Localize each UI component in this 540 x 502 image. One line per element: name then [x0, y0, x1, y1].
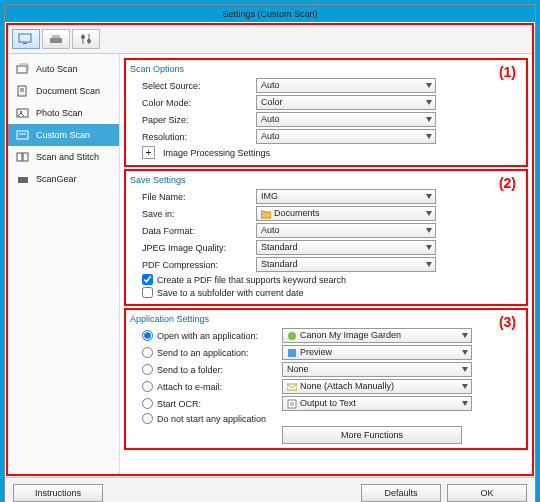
do-not-start-radio[interactable]: [142, 413, 153, 424]
scan-options-section: (1) Scan Options Select Source:Auto Colo…: [124, 58, 528, 167]
svg-point-7: [87, 39, 91, 43]
jpeg-quality-label: JPEG Image Quality:: [142, 243, 252, 253]
open-with-app-value: Canon My Image Garden: [300, 330, 401, 340]
svg-rect-22: [288, 400, 296, 408]
save-in-label: Save in:: [142, 209, 252, 219]
color-mode-dropdown[interactable]: Color: [256, 95, 436, 110]
monitor-icon: [18, 33, 34, 45]
window-title: Settings (Custom Scan): [222, 9, 317, 19]
scanner-icon: [48, 33, 64, 45]
expand-image-processing[interactable]: +: [142, 146, 155, 159]
start-ocr-dropdown[interactable]: Output to Text: [282, 396, 472, 411]
attach-email-radio[interactable]: [142, 381, 153, 392]
scangear-icon: [16, 173, 30, 185]
sidebar-item-auto-scan[interactable]: Auto Scan: [8, 58, 119, 80]
paper-size-dropdown[interactable]: Auto: [256, 112, 436, 127]
attach-email-label: Attach to e-mail:: [157, 382, 222, 392]
save-in-value: Documents: [274, 208, 320, 218]
svg-rect-20: [288, 349, 296, 357]
svg-rect-0: [19, 34, 31, 42]
sidebar-item-label: Custom Scan: [36, 130, 90, 140]
sidebar-item-photo-scan[interactable]: Photo Scan: [8, 102, 119, 124]
app-icon: [287, 331, 297, 341]
open-with-app-radio[interactable]: [142, 330, 153, 341]
document-scan-icon: [16, 85, 30, 97]
jpeg-quality-dropdown[interactable]: Standard: [256, 240, 436, 255]
title-bar: Settings (Custom Scan): [5, 5, 535, 22]
sidebar-item-label: Scan and Stitch: [36, 152, 99, 162]
defaults-button[interactable]: Defaults: [361, 484, 441, 502]
annotation-outer: Auto Scan Document Scan Photo Scan Custo…: [6, 23, 534, 476]
select-source-label: Select Source:: [142, 81, 252, 91]
pdf-keyword-checkbox[interactable]: [142, 274, 153, 285]
svg-rect-1: [23, 43, 27, 44]
tab-general-settings[interactable]: [72, 29, 100, 49]
sidebar-item-scan-and-stitch[interactable]: Scan and Stitch: [8, 146, 119, 168]
subfolder-date-checkbox[interactable]: [142, 287, 153, 298]
application-settings-section: (3) Application Settings Open with an ap…: [124, 308, 528, 450]
data-format-dropdown[interactable]: Auto: [256, 223, 436, 238]
subfolder-date-label: Save to a subfolder with current date: [157, 288, 304, 298]
scan-stitch-icon: [16, 151, 30, 163]
svg-rect-18: [18, 177, 28, 183]
svg-rect-2: [50, 38, 62, 43]
data-format-label: Data Format:: [142, 226, 252, 236]
photo-scan-icon: [16, 107, 30, 119]
pdf-compression-label: PDF Compression:: [142, 260, 252, 270]
sidebar-item-label: Auto Scan: [36, 64, 78, 74]
toolbar: [8, 25, 532, 54]
save-settings-heading: Save Settings: [130, 175, 522, 185]
pdf-compression-dropdown[interactable]: Standard: [256, 257, 436, 272]
folder-icon: [261, 209, 271, 219]
text-icon: [287, 399, 297, 409]
send-to-app-radio[interactable]: [142, 347, 153, 358]
sidebar-item-document-scan[interactable]: Document Scan: [8, 80, 119, 102]
attach-email-value: None (Attach Manually): [300, 381, 394, 391]
attach-email-dropdown[interactable]: None (Attach Manually): [282, 379, 472, 394]
send-to-folder-dropdown[interactable]: None: [282, 362, 472, 377]
open-with-app-label: Open with an application:: [157, 331, 258, 341]
do-not-start-label: Do not start any application: [157, 414, 266, 424]
open-with-app-dropdown[interactable]: Canon My Image Garden: [282, 328, 472, 343]
auto-scan-icon: [16, 63, 30, 75]
settings-window: Settings (Custom Scan) Auto Scan Documen…: [4, 4, 536, 502]
sidebar: Auto Scan Document Scan Photo Scan Custo…: [8, 54, 120, 474]
annotation-2: (2): [499, 175, 516, 191]
color-mode-label: Color Mode:: [142, 98, 252, 108]
ok-button[interactable]: OK: [447, 484, 527, 502]
mail-icon: [287, 382, 297, 392]
instructions-button[interactable]: Instructions: [13, 484, 103, 502]
select-source-dropdown[interactable]: Auto: [256, 78, 436, 93]
svg-rect-14: [17, 131, 28, 139]
svg-point-6: [81, 35, 85, 39]
main-panel: (1) Scan Options Select Source:Auto Colo…: [120, 54, 532, 474]
annotation-1: (1): [499, 64, 516, 80]
file-name-field[interactable]: IMG: [256, 189, 436, 204]
start-ocr-label: Start OCR:: [157, 399, 201, 409]
start-ocr-value: Output to Text: [300, 398, 356, 408]
sidebar-item-custom-scan[interactable]: Custom Scan: [8, 124, 119, 146]
application-settings-heading: Application Settings: [130, 314, 522, 324]
body: Auto Scan Document Scan Photo Scan Custo…: [8, 54, 532, 474]
pdf-keyword-label: Create a PDF file that supports keyword …: [157, 275, 346, 285]
send-to-app-dropdown[interactable]: Preview: [282, 345, 472, 360]
send-to-app-value: Preview: [300, 347, 332, 357]
paper-size-label: Paper Size:: [142, 115, 252, 125]
start-ocr-radio[interactable]: [142, 398, 153, 409]
custom-scan-icon: [16, 129, 30, 141]
send-to-folder-radio[interactable]: [142, 364, 153, 375]
scan-options-heading: Scan Options: [130, 64, 522, 74]
image-processing-label: Image Processing Settings: [163, 148, 270, 158]
svg-rect-17: [23, 153, 28, 161]
resolution-dropdown[interactable]: Auto: [256, 129, 436, 144]
svg-rect-16: [17, 153, 22, 161]
send-to-folder-label: Send to a folder:: [157, 365, 223, 375]
svg-rect-3: [52, 35, 60, 38]
save-settings-section: (2) Save Settings File Name:IMG Save in:…: [124, 169, 528, 306]
tab-scan-from-computer[interactable]: [12, 29, 40, 49]
sidebar-item-scangear[interactable]: ScanGear: [8, 168, 119, 190]
annotation-3: (3): [499, 314, 516, 330]
tab-scan-from-panel[interactable]: [42, 29, 70, 49]
more-functions-button[interactable]: More Functions: [282, 426, 462, 444]
save-in-dropdown[interactable]: Documents: [256, 206, 436, 221]
